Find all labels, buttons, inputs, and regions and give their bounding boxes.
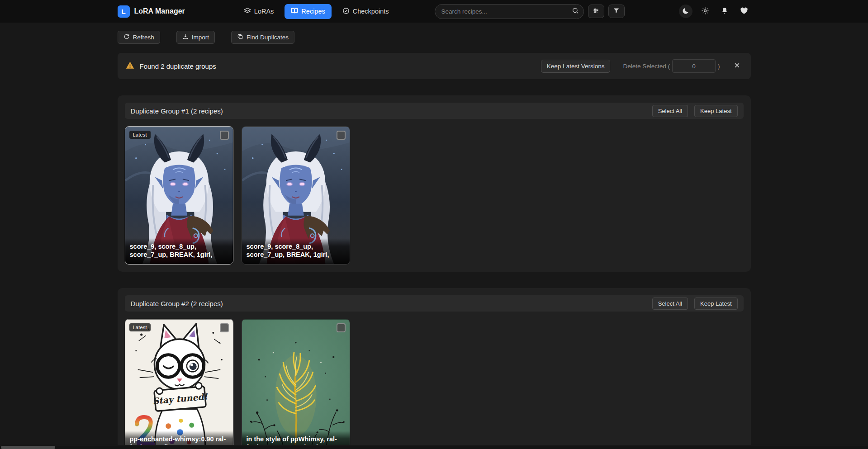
search-group <box>435 4 625 19</box>
delete-selected-label: Delete Selected ( <box>623 63 670 70</box>
tab-checkpoints-label: Checkpoints <box>353 8 389 15</box>
select-all-button[interactable]: Select All <box>652 298 688 310</box>
latest-badge: Latest <box>129 323 151 331</box>
recipe-caption: score_9, score_8_up, score_7_up, BREAK, … <box>242 238 350 264</box>
moon-icon <box>682 7 690 16</box>
card-row: Latest score_9, score_8_up, score_7_up, … <box>125 126 744 265</box>
horizontal-scrollbar[interactable] <box>0 445 868 449</box>
brand-title: LoRA Manager <box>134 7 185 15</box>
banner-close-button[interactable] <box>732 61 743 71</box>
support-button[interactable] <box>737 5 751 18</box>
refresh-icon <box>123 33 130 41</box>
book-icon <box>291 7 298 16</box>
tab-recipes[interactable]: Recipes <box>285 4 331 19</box>
import-icon <box>182 33 189 41</box>
find-duplicates-label: Find Duplicates <box>247 34 289 41</box>
keep-latest-button[interactable]: Keep Latest <box>694 105 737 117</box>
copy-icon <box>237 33 243 41</box>
search-icon <box>572 7 579 16</box>
gear-icon <box>701 7 709 16</box>
toolbar: Refresh Import Find Duplicates <box>118 31 751 44</box>
nav-tabs: LoRAs Recipes Checkpoints <box>237 4 395 19</box>
tab-loras[interactable]: LoRAs <box>237 4 280 19</box>
recipe-image <box>125 319 233 449</box>
duplicates-banner: Found 2 duplicate groups Keep Latest Ver… <box>118 53 751 79</box>
recipe-image <box>242 319 350 449</box>
refresh-label: Refresh <box>133 34 154 41</box>
duplicate-group-2: Duplicate Group #2 (2 recipes) Select Al… <box>118 288 751 449</box>
navbar: L LoRA Manager LoRAs Recipes Checkpoints <box>0 0 868 23</box>
recipe-card[interactable]: score_9, score_8_up, score_7_up, BREAK, … <box>242 126 350 265</box>
banner-message: Found 2 duplicate groups <box>140 62 216 70</box>
settings-button[interactable] <box>698 5 712 18</box>
sliders-icon <box>593 7 599 15</box>
group-title: Duplicate Group #2 (2 recipes) <box>131 300 223 307</box>
bell-icon <box>721 7 729 16</box>
card-row: Latest pp-enchanted-whimsy:0.90 ral-frct… <box>125 319 744 449</box>
close-icon <box>734 62 740 70</box>
find-duplicates-button[interactable]: Find Duplicates <box>231 31 294 44</box>
recipe-card[interactable]: Latest pp-enchanted-whimsy:0.90 ral-frct… <box>125 319 233 449</box>
select-all-button[interactable]: Select All <box>652 105 688 117</box>
check-circle-icon <box>342 7 350 16</box>
recipe-card[interactable]: Latest score_9, score_8_up, score_7_up, … <box>125 126 233 265</box>
card-checkbox[interactable] <box>220 131 229 140</box>
delete-selected-control: Delete Selected ( ) <box>623 59 720 73</box>
group-title: Duplicate Group #1 (2 recipes) <box>131 107 223 115</box>
refresh-button[interactable]: Refresh <box>118 31 160 44</box>
recipe-card[interactable]: in the style of ppWhimsy, ral-frctlgmtry… <box>242 319 350 449</box>
search-button[interactable] <box>569 5 582 18</box>
heart-icon <box>740 7 748 16</box>
duplicate-group-1: Duplicate Group #1 (2 recipes) Select Al… <box>118 95 751 272</box>
delete-selected-suffix: ) <box>718 63 720 70</box>
import-label: Import <box>192 34 209 41</box>
group-header: Duplicate Group #1 (2 recipes) Select Al… <box>125 103 744 119</box>
tab-checkpoints[interactable]: Checkpoints <box>336 4 395 19</box>
app-logo: L <box>118 5 130 18</box>
card-checkbox[interactable] <box>337 323 346 332</box>
layers-icon <box>244 7 251 16</box>
latest-badge: Latest <box>129 131 151 139</box>
main-content: Refresh Import Find Duplicates Found 2 d… <box>118 23 751 449</box>
tab-recipes-label: Recipes <box>301 8 325 15</box>
tab-loras-label: LoRAs <box>254 8 274 15</box>
keep-latest-button[interactable]: Keep Latest <box>694 298 737 310</box>
filter-button[interactable] <box>608 5 625 18</box>
recipe-caption: score_9, score_8_up, score_7_up, BREAK, … <box>125 238 233 264</box>
brand: L LoRA Manager <box>118 5 185 18</box>
group-header: Duplicate Group #2 (2 recipes) Select Al… <box>125 295 744 312</box>
card-checkbox[interactable] <box>220 323 229 332</box>
import-button[interactable]: Import <box>176 31 215 44</box>
delete-count-input[interactable] <box>672 59 716 73</box>
keep-latest-versions-button[interactable]: Keep Latest Versions <box>541 60 611 73</box>
sliders-button[interactable] <box>588 5 604 18</box>
search-input[interactable] <box>435 4 584 19</box>
notifications-button[interactable] <box>718 5 731 18</box>
warning-icon <box>126 61 134 71</box>
scrollbar-thumb[interactable] <box>1 446 55 449</box>
theme-toggle-button[interactable] <box>679 5 693 18</box>
filter-icon <box>613 7 620 15</box>
nav-actions <box>679 5 751 18</box>
card-checkbox[interactable] <box>337 131 346 140</box>
